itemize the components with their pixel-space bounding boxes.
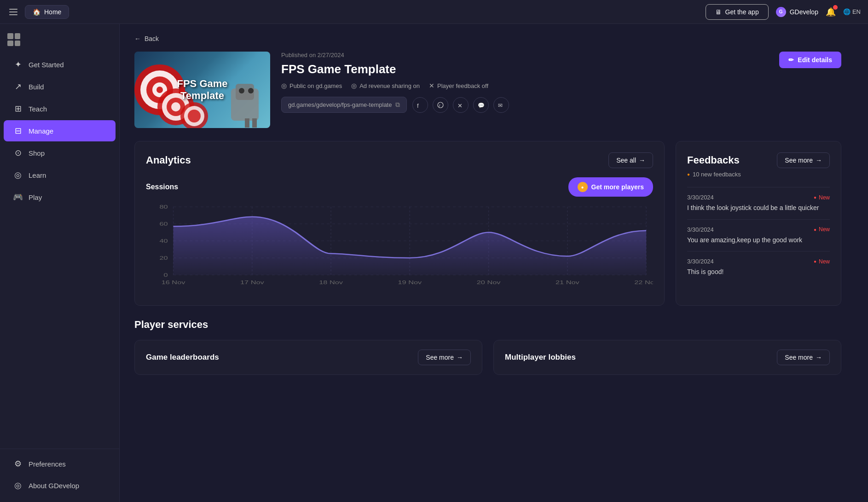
svg-text:17 Nov: 17 Nov <box>240 280 264 286</box>
svg-text:60: 60 <box>159 221 168 227</box>
feedbacks-see-more-arrow-icon: → <box>816 157 822 164</box>
about-icon: ◎ <box>13 480 23 490</box>
manage-icon: ⊟ <box>13 126 23 136</box>
feedback-meta-2: 3/30/2024 ● New <box>687 226 830 233</box>
topbar-right: 🖥 Get the app G GDevelop 🔔 🌐 EN <box>706 4 861 20</box>
services-row: Game leaderboards See more → Multiplayer… <box>134 340 841 375</box>
game-meta: ◎ Public on gd.games ◎ Ad revenue sharin… <box>281 82 768 89</box>
leaderboards-see-more-label: See more <box>426 354 454 361</box>
reddit-share-icon[interactable]: r <box>433 97 448 113</box>
meta-ad-text: Ad revenue sharing on <box>359 82 420 89</box>
see-all-arrow-icon: → <box>639 157 645 164</box>
svg-rect-17 <box>252 118 257 128</box>
sidebar-item-get-started[interactable]: ✦ Get Started <box>4 54 116 75</box>
topbar: 🏠 Home 🖥 Get the app G GDevelop 🔔 🌐 EN <box>0 0 868 24</box>
whatsapp-share-icon[interactable]: 💬 <box>473 97 489 113</box>
player-services: Player services Game leaderboards See mo… <box>134 319 841 386</box>
home-tab[interactable]: 🏠 Home <box>25 5 69 19</box>
sidebar-top <box>0 29 119 50</box>
gdevelop-brand[interactable]: G GDevelop <box>776 7 818 17</box>
copy-icon[interactable]: ⧉ <box>395 101 400 109</box>
feedback-red-dot-3: ● <box>814 259 816 264</box>
chart-svg: 80 60 40 20 0 <box>146 202 653 294</box>
new-feedbacks-count: 10 new feedbacks <box>693 171 741 178</box>
fps-title-text: FPS GameTemplate <box>177 78 227 102</box>
feedback-item-1: 3/30/2024 ● New I think the look joystic… <box>687 187 830 219</box>
sidebar-item-learn-label: Learn <box>29 171 46 179</box>
email-share-icon[interactable]: ✉ <box>493 97 509 113</box>
analytics-feedbacks-row: Analytics See all → Sessions ● Get more … <box>134 141 841 306</box>
analytics-title: Analytics <box>146 154 191 166</box>
facebook-share-icon[interactable]: f <box>412 97 428 113</box>
menu-icon[interactable] <box>7 7 19 17</box>
svg-text:✉: ✉ <box>498 102 503 108</box>
notifications-icon[interactable]: 🔔 <box>826 7 836 17</box>
new-feedbacks-badge: ● 10 new feedbacks <box>687 171 830 178</box>
meta-public-text: Public on gd.games <box>289 82 342 89</box>
get-started-icon: ✦ <box>13 59 23 70</box>
gdevelop-brand-label: GDevelop <box>790 8 818 16</box>
feedback-text-3: This is good! <box>687 268 830 277</box>
game-url-row: gd.games/gdevelop/fps-game-template ⧉ f … <box>281 97 768 113</box>
sidebar-item-shop[interactable]: ⊙ Shop <box>4 142 116 163</box>
sidebar-item-preferences[interactable]: ⚙ Preferences <box>4 453 116 474</box>
svg-text:21 Nov: 21 Nov <box>556 280 579 286</box>
meta-ad-revenue: ◎ Ad revenue sharing on <box>351 82 420 89</box>
svg-point-11 <box>188 110 201 123</box>
home-icon: 🏠 <box>33 8 41 16</box>
leaderboards-name: Game leaderboards <box>146 353 219 362</box>
lobbies-see-more-button[interactable]: See more → <box>777 350 830 365</box>
sidebar-item-teach[interactable]: ⊞ Teach <box>4 98 116 119</box>
sidebar-item-learn[interactable]: ◎ Learn <box>4 164 116 186</box>
language-selector[interactable]: 🌐 EN <box>843 8 861 15</box>
svg-point-8 <box>171 102 180 111</box>
feedback-meta-3: 3/30/2024 ● New <box>687 258 830 265</box>
game-thumbnail: FPS GameTemplate <box>134 52 270 128</box>
main-layout: ✦ Get Started ↗ Build ⊞ Teach ⊟ Manage ⊙… <box>0 24 868 502</box>
sidebar-item-get-started-label: Get Started <box>29 61 64 69</box>
back-button[interactable]: ← Back <box>134 35 159 42</box>
svg-text:16 Nov: 16 Nov <box>162 280 185 286</box>
svg-text:✕: ✕ <box>457 102 463 108</box>
sidebar-item-play[interactable]: 🎮 Play <box>4 187 116 208</box>
feedback-new-badge-1: ● New <box>814 194 830 201</box>
edit-icon: ✏ <box>788 56 794 64</box>
feedback-item-3: 3/30/2024 ● New This is good! <box>687 251 830 283</box>
sidebar-item-build[interactable]: ↗ Build <box>4 76 116 97</box>
feedbacks-see-more-button[interactable]: See more → <box>777 152 830 168</box>
svg-point-19 <box>438 102 443 108</box>
notification-badge <box>833 5 838 10</box>
edit-details-button[interactable]: ✏ Edit details <box>779 52 841 68</box>
sidebar-item-play-label: Play <box>29 193 42 201</box>
feedback-red-dot-1: ● <box>814 195 816 200</box>
preferences-icon: ⚙ <box>13 459 23 469</box>
svg-text:20 Nov: 20 Nov <box>477 280 501 286</box>
feedback-meta-1: 3/30/2024 ● New <box>687 194 830 201</box>
get-app-button[interactable]: 🖥 Get the app <box>706 4 769 20</box>
feedback-date-1: 3/30/2024 <box>687 194 714 201</box>
get-more-players-button[interactable]: ● Get more players <box>568 177 653 197</box>
feedback-text-2: You are amazing,keep up the good work <box>687 236 830 245</box>
game-info: Published on 2/27/2024 FPS Game Template… <box>281 52 768 113</box>
feedback-status-3: New <box>819 258 830 265</box>
get-app-label: Get the app <box>725 8 759 16</box>
get-players-label: Get more players <box>591 183 644 191</box>
analytics-panel: Analytics See all → Sessions ● Get more … <box>134 141 665 306</box>
back-label: Back <box>145 35 159 42</box>
game-header: FPS GameTemplate Published on 2/27/2024 … <box>134 52 841 128</box>
svg-text:40: 40 <box>159 238 168 244</box>
sidebar-item-about[interactable]: ◎ About GDevelop <box>4 475 116 496</box>
sidebar-item-manage[interactable]: ⊟ Manage <box>4 120 116 141</box>
grid-view-icon[interactable] <box>7 33 20 46</box>
feedback-status-2: New <box>819 226 830 233</box>
game-url-box[interactable]: gd.games/gdevelop/fps-game-template ⧉ <box>281 97 407 113</box>
sidebar-item-build-label: Build <box>29 83 44 91</box>
lobbies-name: Multiplayer lobbies <box>505 353 576 362</box>
twitter-x-share-icon[interactable]: ✕ <box>453 97 469 113</box>
svg-text:0: 0 <box>164 272 168 278</box>
gdevelop-logo-icon: G <box>776 7 786 17</box>
player-services-title: Player services <box>134 319 841 331</box>
feedbacks-header: Feedbacks See more → <box>687 152 830 168</box>
leaderboards-see-more-button[interactable]: See more → <box>418 350 471 365</box>
see-all-button[interactable]: See all → <box>608 152 653 168</box>
